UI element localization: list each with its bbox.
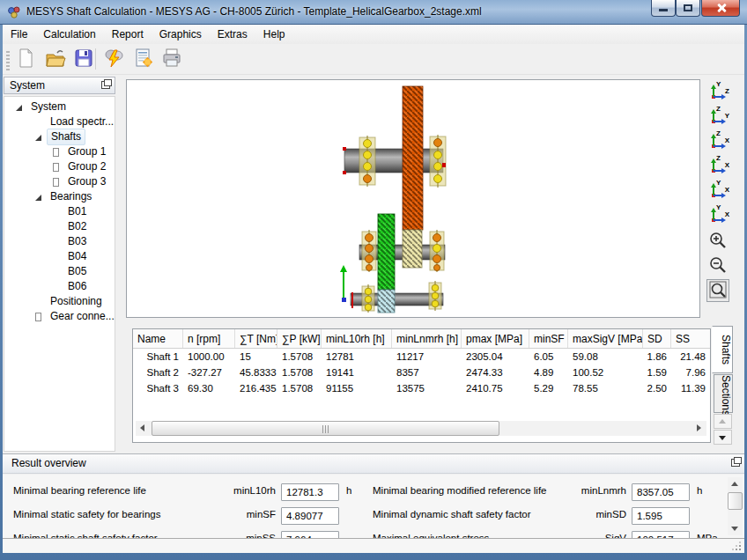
open-folder-icon [45,48,66,69]
tree-item-b02[interactable]: B02 [4,219,115,234]
zoom-to-fit-button[interactable] [706,279,729,302]
tab-sections[interactable]: Sections [714,374,733,413]
menu-extras[interactable]: Extras [210,25,255,44]
tree-item-group-3[interactable]: Group 3 [4,174,115,189]
tree-item-group-1[interactable]: Group 1 [4,144,115,159]
toolbar-grip[interactable] [6,49,10,70]
column-header[interactable]: minL10rh [h] [322,329,392,348]
column-header[interactable]: minLnmrh [h] [392,329,462,348]
expander-icon[interactable] [34,133,43,142]
menu-graphics[interactable]: Graphics [152,25,210,44]
column-header[interactable]: ∑T [Nm] [235,329,277,348]
resize-grip[interactable] [732,542,741,550]
expander-icon[interactable] [34,193,43,202]
minSD-field[interactable] [632,507,690,525]
print-button[interactable] [159,47,184,71]
scroll-up-button[interactable] [728,477,743,491]
column-header[interactable]: SD [643,329,671,348]
gearbox-drawing [127,80,699,317]
table-row-shaft-3[interactable]: Shaft 3 69.30 216.435 1.5708 91155 13575… [133,380,710,396]
scrollbar-thumb[interactable] [152,421,499,436]
column-header[interactable]: SS [671,329,710,348]
minSF-field[interactable] [281,507,339,525]
minSS-field[interactable] [281,531,339,538]
result-overview-header[interactable]: Result overview [3,453,744,474]
shaft2-pinion-gear [403,230,422,268]
menu-help[interactable]: Help [255,25,293,44]
tree-item-bearings[interactable]: Bearings [4,189,115,204]
minL10rh-field[interactable] [281,483,339,501]
calculate-button[interactable] [101,47,126,71]
tree-item-b01[interactable]: B01 [4,204,115,219]
expander-icon[interactable] [52,163,61,172]
float-panel-icon[interactable] [731,459,740,467]
zoom-in-button[interactable] [706,230,729,253]
tab-scroll-up-button[interactable] [714,414,732,429]
tree-item-load-spectrum[interactable]: Load spectr... [4,114,115,129]
column-header[interactable]: minSF [529,329,568,348]
system-panel-header[interactable]: System [4,77,115,94]
column-header[interactable]: n [rpm] [183,329,235,348]
SigV-field[interactable] [632,531,690,538]
table-row-shaft-1[interactable]: Shaft 1 1000.00 15 1.5708 12781 11217 23… [133,349,710,365]
tree-item-b03[interactable]: B03 [4,234,115,249]
column-header[interactable]: Name [133,329,183,348]
tree-item-b05[interactable]: B05 [4,264,115,279]
minimize-button[interactable] [651,0,676,17]
column-header[interactable]: maxSigV [MPa] [568,329,643,348]
tree-item-b06[interactable]: B06 [4,279,115,294]
table-horizontal-scrollbar[interactable] [136,421,706,436]
new-file-button[interactable] [13,47,38,71]
result-vertical-scrollbar[interactable] [728,477,743,535]
tab-shafts[interactable]: Shafts [712,326,733,373]
axes-zy-icon: ZY [709,107,727,125]
close-icon [716,4,727,12]
tree-item-gear-connections[interactable]: Gear conne... [4,309,115,324]
bearing-b01 [359,136,375,187]
title-bar[interactable]: MESYS Shaft Calculation - MESYS AG - CH-… [0,0,747,25]
scroll-left-button[interactable] [136,421,151,436]
open-file-button[interactable] [43,47,68,71]
new-document-icon [15,48,36,69]
expander-icon[interactable] [52,148,61,157]
tree-item-shafts[interactable]: Shafts [4,129,115,144]
maximize-button[interactable] [676,0,700,17]
close-button[interactable] [701,0,740,17]
tree-item-system[interactable]: System [4,99,115,114]
expander-icon[interactable] [52,178,61,187]
view-yz-button[interactable]: YZ [706,80,729,103]
scroll-down-button[interactable] [728,521,743,535]
tree-item-group-2[interactable]: Group 2 [4,159,115,174]
view-xz-button[interactable]: ZX [706,154,729,177]
toolbar [3,44,744,75]
scrollbar-thumb[interactable] [728,492,743,510]
tree-item-b04[interactable]: B04 [4,249,115,264]
app-icon[interactable] [7,5,21,19]
arrow-left-icon [140,424,144,431]
bearing-b05 [362,284,374,313]
app-window: MESYS Shaft Calculation - MESYS AG - CH-… [0,0,747,560]
view-xy-button[interactable]: YX [706,203,729,226]
scroll-right-button[interactable] [692,421,706,436]
status-strip [3,538,744,553]
tab-scroll-down-button[interactable] [714,430,732,445]
view-zx-button[interactable]: ZX [706,129,729,152]
zoom-out-button[interactable] [706,254,729,277]
view-zy-button[interactable]: ZY [706,105,729,128]
view-yx-button[interactable]: YX [706,179,729,202]
axes-xz-icon: ZX [709,157,727,174]
shaft-3d-viewport[interactable] [126,79,700,318]
tree-item-positioning[interactable]: Positioning [4,294,115,309]
report-button[interactable] [131,47,156,71]
menu-file[interactable]: File [3,25,35,44]
table-row-shaft-2[interactable]: Shaft 2 -327.27 45.8333 1.5708 19141 835… [133,365,710,380]
minLnmrh-field[interactable] [632,483,690,501]
expander-icon[interactable] [34,313,43,321]
column-header[interactable]: pmax [MPa] [462,329,529,348]
expander-icon[interactable] [15,103,24,112]
float-panel-icon[interactable] [101,81,110,89]
menu-report[interactable]: Report [104,25,152,44]
column-header[interactable]: ∑P [kW] [277,329,322,348]
menu-calculation[interactable]: Calculation [35,25,103,44]
save-file-button[interactable] [71,47,96,71]
